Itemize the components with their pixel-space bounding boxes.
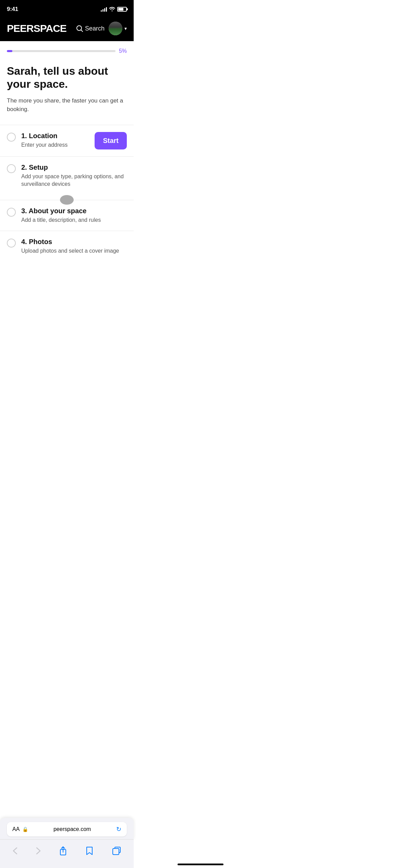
step-4-content: 4. Photos Upload photos and select a cov… [21, 238, 127, 255]
wifi-icon [109, 7, 115, 12]
step-1-title: 1. Location [21, 132, 91, 140]
chevron-down-icon: ▾ [124, 26, 127, 31]
status-bar: 9:41 [0, 0, 134, 17]
page-title: Sarah, tell us about your space. [7, 64, 127, 91]
step-2-item: 2. Setup Add your space type, parking op… [0, 156, 134, 200]
step-4-radio[interactable] [7, 239, 16, 248]
user-avatar-button[interactable]: ▾ [109, 22, 127, 35]
step-3-radio[interactable] [7, 208, 16, 217]
progress-bar-container: 5% [7, 48, 127, 54]
svg-line-1 [81, 30, 83, 32]
search-label: Search [85, 25, 105, 32]
avatar [109, 22, 122, 35]
step-3-content: 3. About your space Add a title, descrip… [21, 207, 127, 224]
step-1-description: Enter your address [21, 141, 91, 149]
step-1-item: 1. Location Enter your address Start [0, 125, 134, 156]
step-3-description: Add a title, description, and rules [21, 216, 127, 224]
header: PEERSPACE Search ▾ [0, 17, 134, 41]
step-3-title: 3. About your space [21, 207, 127, 215]
step-4-description: Upload photos and select a cover image [21, 247, 127, 255]
battery-icon [117, 7, 127, 12]
step-4-item: 4. Photos Upload photos and select a cov… [0, 231, 134, 262]
status-icons [101, 7, 127, 12]
search-button[interactable]: Search [76, 25, 105, 32]
start-button[interactable]: Start [95, 132, 127, 149]
app-logo: PEERSPACE [7, 23, 66, 34]
progress-label: 5% [119, 48, 127, 54]
step-2-content: 2. Setup Add your space type, parking op… [21, 164, 127, 188]
step-2-description: Add your space type, parking options, an… [21, 173, 127, 188]
progress-track [7, 50, 116, 52]
progress-fill [7, 50, 12, 52]
steps-list: 1. Location Enter your address Start 2. … [0, 125, 134, 262]
step-1-radio[interactable] [7, 133, 16, 142]
page-subtitle: The more you share, the faster you can g… [7, 96, 127, 114]
drag-handle[interactable] [60, 195, 74, 205]
header-right: Search ▾ [76, 22, 127, 35]
step-4-title: 4. Photos [21, 238, 127, 246]
step-1-content: 1. Location Enter your address [21, 132, 91, 149]
signal-icon [101, 7, 107, 12]
progress-section: 5% [0, 41, 134, 54]
step-2-radio[interactable] [7, 164, 16, 173]
step-2-title: 2. Setup [21, 164, 127, 171]
avatar-image [109, 22, 122, 35]
status-time: 9:41 [7, 6, 18, 13]
main-content: Sarah, tell us about your space. The mor… [0, 64, 134, 114]
